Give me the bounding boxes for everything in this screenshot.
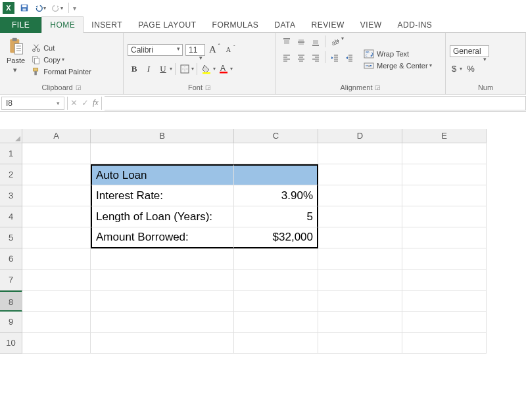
cell[interactable] [22,185,91,206]
cancel-formula-button[interactable]: ✕ [70,98,78,108]
tab-data[interactable]: DATA [266,17,303,32]
cell[interactable] [234,312,318,333]
cell[interactable] [318,291,402,312]
tab-home[interactable]: HOME [41,16,84,33]
cell[interactable] [91,269,234,291]
cell[interactable] [22,206,91,227]
column-header-c[interactable]: C [234,129,318,143]
copy-button[interactable]: Copy ▾ [32,55,91,64]
cell[interactable] [91,291,234,312]
cell-label[interactable]: Amount Borrowed: [91,227,234,248]
column-header-a[interactable]: A [22,129,91,143]
cell[interactable] [402,248,487,269]
cell[interactable] [402,312,487,333]
underline-dropdown-icon[interactable]: ▾ [170,66,172,72]
row-header[interactable]: 3 [0,185,22,206]
cell[interactable] [234,143,318,164]
paste-button[interactable]: Paste ▾ [4,35,28,83]
cell[interactable] [91,333,234,354]
name-box[interactable]: I8 ▾ [1,97,64,110]
decrease-indent-button[interactable] [328,51,341,64]
cell[interactable] [234,164,318,185]
row-header[interactable]: 10 [0,333,22,354]
cut-button[interactable]: Cut [32,43,91,53]
cell[interactable] [22,227,91,248]
align-left-button[interactable] [280,51,293,64]
decrease-font-button[interactable]: A [225,46,232,53]
cell[interactable] [318,248,402,269]
wrap-text-button[interactable]: abc Wrap Text [364,49,432,58]
merge-dropdown-icon[interactable]: ▾ [429,62,432,68]
cell[interactable] [402,206,487,227]
column-header-e[interactable]: E [402,129,487,143]
font-color-button[interactable]: A [217,62,230,76]
cell-label[interactable]: Interest Rate: [91,185,234,206]
cell[interactable] [22,291,91,312]
redo-dropdown-icon[interactable]: ▾ [60,5,63,11]
formula-input[interactable] [105,96,526,110]
percent-button[interactable]: % [465,64,477,74]
tab-insert[interactable]: INSERT [84,17,130,32]
tab-file[interactable]: FILE [0,17,41,33]
tab-view[interactable]: VIEW [352,17,390,32]
format-painter-button[interactable]: Format Painter [32,67,91,76]
cell[interactable] [234,269,318,291]
cell[interactable] [91,312,234,333]
align-bottom-button[interactable] [309,35,322,49]
align-top-button[interactable] [280,35,293,49]
cell[interactable] [22,269,91,291]
cell[interactable] [234,291,318,312]
font-name-select[interactable]: Calibri [128,44,183,56]
number-format-select[interactable]: General [450,45,489,57]
cell[interactable] [318,206,402,227]
cell[interactable] [318,333,402,354]
qat-customize-icon[interactable]: ▾ [73,5,76,12]
align-middle-button[interactable] [295,35,308,49]
undo-dropdown-icon[interactable]: ▾ [43,5,46,11]
row-header[interactable]: 9 [0,312,22,333]
column-header-b[interactable]: B [91,129,234,143]
row-header[interactable]: 7 [0,269,22,291]
fill-color-button[interactable] [200,62,213,76]
merge-center-button[interactable]: a Merge & Center ▾ [364,61,432,70]
undo-button[interactable]: ▾ [34,3,46,12]
cell[interactable] [91,248,234,269]
increase-indent-button[interactable] [343,51,356,64]
cell[interactable] [402,333,487,354]
cell[interactable] [22,312,91,333]
cell[interactable] [22,143,91,164]
cell-value[interactable]: 5 [234,206,318,227]
align-right-button[interactable] [309,51,322,64]
align-center-button[interactable] [295,51,308,64]
cell-value[interactable]: 3.90% [234,185,318,206]
cell[interactable] [402,291,487,312]
currency-dropdown-icon[interactable]: ▾ [460,66,462,72]
fx-label[interactable]: fx [93,98,99,108]
orientation-button[interactable]: ab [328,35,341,49]
underline-button[interactable]: U [156,62,170,76]
row-header[interactable]: 1 [0,143,22,164]
row-header[interactable]: 4 [0,206,22,227]
cell-label[interactable]: Length of Loan (Years): [91,206,234,227]
save-button[interactable] [20,3,29,12]
tab-page-layout[interactable]: PAGE LAYOUT [130,17,204,32]
redo-button[interactable]: ▾ [51,3,63,12]
orientation-dropdown-icon[interactable]: ▾ [341,35,344,49]
cell[interactable] [22,333,91,354]
tab-formulas[interactable]: FORMULAS [204,17,267,32]
clipboard-launcher-icon[interactable]: ◲ [76,84,82,91]
cell[interactable] [318,227,402,248]
row-header-selected[interactable]: 8 [0,291,22,312]
enter-formula-button[interactable]: ✓ [82,98,89,108]
cell[interactable] [318,164,402,185]
tab-add-ins[interactable]: ADD-INS [390,17,441,32]
borders-button[interactable] [178,62,191,76]
row-header[interactable]: 2 [0,164,22,185]
cell[interactable] [402,143,487,164]
cell[interactable] [318,185,402,206]
cell[interactable] [22,248,91,269]
font-launcher-icon[interactable]: ◲ [205,84,211,91]
column-header-d[interactable]: D [318,129,402,143]
bold-button[interactable]: B [128,62,141,76]
fill-dropdown-icon[interactable]: ▾ [213,66,216,72]
